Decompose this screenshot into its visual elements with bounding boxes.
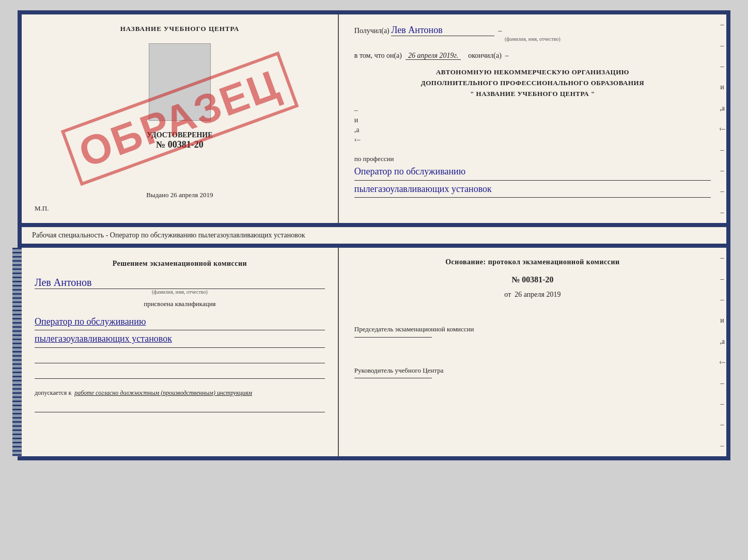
qual-right: Основание: протокол экзаменационной коми…	[339, 248, 726, 456]
allowed-block: допускается к работе согласно должностны…	[35, 389, 325, 397]
received-name: Лев Антонов	[391, 25, 494, 36]
top-training-center-title: НАЗВАНИЕ УЧЕБНОГО ЦЕНТРА	[120, 25, 240, 33]
photo-placeholder	[149, 43, 211, 121]
empty-line-2	[35, 369, 325, 379]
allowed-value: работе согласно должностным (производств…	[74, 389, 252, 396]
qual-line2: пылегазоулавливающих установок	[35, 330, 325, 347]
director-signature-line	[354, 378, 432, 378]
director-label: Руководитель учебного Центра	[354, 365, 711, 379]
qual-left: Решением экзаменационной комиссии Лев Ан…	[22, 248, 339, 456]
certificate-bottom: Решением экзаменационной комиссии Лев Ан…	[18, 244, 730, 460]
empty-line-3	[35, 402, 325, 412]
binding-marks-bottom	[12, 248, 22, 456]
qual-value-block: Оператор по обслуживанию пылегазоулавлив…	[35, 313, 325, 348]
cert-number: № 00381-20	[156, 139, 204, 150]
org-block: АВТОНОМНУЮ НЕКОММЕРЧЕСКУЮ ОРГАНИЗАЦИЮ ДО…	[354, 67, 711, 99]
protocol-number: № 00381-20	[354, 275, 711, 284]
profession-block: по профессии Оператор по обслуживанию пы…	[354, 154, 711, 198]
cert-right: Получил(а) Лев Антонов – (фамилия, имя, …	[339, 14, 726, 223]
udostoverenie-label: УДОСТОВЕРЕНИЕ № 00381-20	[147, 131, 212, 150]
qual-fio-label: (фамилия, имя, отчество)	[35, 289, 325, 295]
specialty-bar: Рабочая специальность - Оператор по обсл…	[18, 227, 730, 244]
fio-label: (фамилия, имя, отчество)	[354, 36, 711, 42]
qual-person: Лев Антонов (фамилия, имя, отчество)	[35, 274, 325, 295]
profession-line1: Оператор по обслуживанию	[354, 163, 711, 180]
assigned-label: присвоена квалификация	[35, 300, 325, 308]
chairman-signature-line	[354, 337, 432, 338]
qual-person-name: Лев Антонов	[35, 277, 325, 289]
protocol-date-value: 26 апреля 2019	[515, 291, 560, 298]
received-line: Получил(а) Лев Антонов – (фамилия, имя, …	[354, 25, 711, 42]
side-marks-right: – – – и ,а ‹– – – – –	[717, 14, 727, 223]
mp-label: М.П.	[35, 204, 49, 213]
completion-date: 26 апреля 2019г.	[406, 52, 461, 60]
side-marks-right-bottom: – – – и ,а ‹– – – – –	[717, 248, 727, 456]
profession-line2: пылегазоулавливающих установок	[354, 181, 711, 198]
document-wrapper: НАЗВАНИЕ УЧЕБНОГО ЦЕНТРА УДОСТОВЕРЕНИЕ №…	[18, 10, 730, 460]
decision-text: Решением экзаменационной комиссии	[35, 258, 325, 269]
certificate-top: НАЗВАНИЕ УЧЕБНОГО ЦЕНТРА УДОСТОВЕРЕНИЕ №…	[18, 10, 730, 227]
issued-date-block: Выдано 26 апреля 2019	[146, 181, 213, 199]
protocol-date: от 26 апреля 2019	[354, 291, 711, 299]
qual-line1: Оператор по обслуживанию	[35, 313, 325, 330]
basis-text: Основание: протокол экзаменационной коми…	[354, 258, 711, 266]
date-line: в том, что он(а) 26 апреля 2019г. окончи…	[354, 52, 711, 60]
chairman-label: Председатель экзаменационной комиссии	[354, 324, 711, 338]
empty-line-1	[35, 353, 325, 363]
cert-left: НАЗВАНИЕ УЧЕБНОГО ЦЕНТРА УДОСТОВЕРЕНИЕ №…	[22, 14, 339, 223]
